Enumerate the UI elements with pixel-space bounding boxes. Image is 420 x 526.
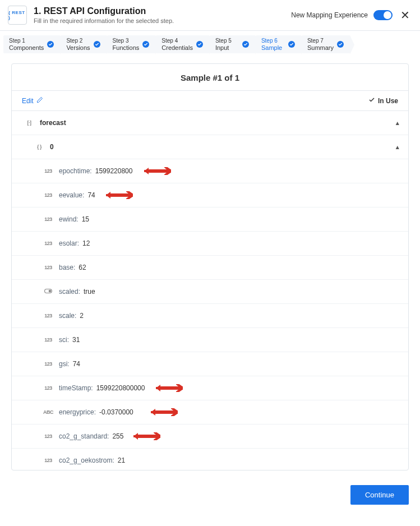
tree-root-label: forecast bbox=[40, 119, 66, 127]
check-icon bbox=[368, 96, 375, 105]
annotation-arrow-icon bbox=[106, 191, 133, 199]
field-key: scale: bbox=[59, 312, 76, 320]
type-123-icon: 123 bbox=[43, 361, 53, 367]
tree-field-scaled[interactable]: scaled:true bbox=[12, 280, 408, 304]
step-functions[interactable]: Step 3Functions bbox=[107, 35, 156, 53]
pencil-icon bbox=[36, 96, 43, 105]
field-value: 15 bbox=[82, 215, 89, 223]
tree: [·] forecast ▴ { } 0 ▴ 123epochtime:1599… bbox=[12, 111, 408, 470]
field-key: co2_g_oekostrom: bbox=[59, 456, 114, 464]
field-key: eevalue: bbox=[59, 191, 84, 199]
new-mapping-toggle[interactable] bbox=[373, 10, 393, 20]
tree-field-energyprice[interactable]: ABCenergyprice:-0.0370000 bbox=[12, 400, 408, 425]
continue-button[interactable]: Continue bbox=[350, 485, 409, 505]
stepper: Step 1ComponentsStep 2VersionsStep 3Func… bbox=[0, 31, 420, 60]
type-123-icon: 123 bbox=[43, 241, 53, 246]
tree-field-scale[interactable]: 123scale:2 bbox=[12, 304, 408, 328]
field-value: 31 bbox=[72, 336, 80, 344]
field-value: -0.0370000 bbox=[99, 408, 133, 416]
field-value: 255 bbox=[112, 432, 123, 440]
field-key: esolar: bbox=[59, 239, 79, 247]
field-key: co2_g_standard: bbox=[59, 432, 109, 440]
chevron-up-icon: ▴ bbox=[396, 144, 399, 151]
field-key: timeStamp: bbox=[59, 384, 93, 392]
type-123-icon: 123 bbox=[43, 313, 53, 319]
tree-field-base[interactable]: 123base:62 bbox=[12, 256, 408, 280]
tree-field-gsi[interactable]: 123gsi:74 bbox=[12, 352, 408, 376]
step-check-icon bbox=[337, 41, 344, 48]
annotation-arrow-icon bbox=[144, 167, 171, 175]
step-label: Step 1 bbox=[9, 38, 44, 44]
tree-child-0[interactable]: { } 0 ▴ bbox=[12, 135, 408, 159]
tree-field-eevalue[interactable]: 123eevalue:74 bbox=[12, 183, 408, 207]
field-value: 62 bbox=[79, 264, 86, 271]
new-mapping-label: New Mapping Experience bbox=[291, 11, 368, 19]
step-check-icon bbox=[47, 41, 54, 48]
object-icon: { } bbox=[34, 144, 44, 150]
field-value: 21 bbox=[118, 456, 125, 464]
in-use-badge: In Use bbox=[368, 96, 398, 105]
page-title: 1. REST API Configuration bbox=[34, 6, 284, 16]
tree-field-esolar[interactable]: 123esolar:12 bbox=[12, 232, 408, 256]
edit-label: Edit bbox=[22, 97, 34, 105]
step-check-icon bbox=[242, 41, 249, 48]
array-icon: [·] bbox=[24, 120, 34, 126]
type-ABC-icon: ABC bbox=[43, 409, 53, 415]
tree-field-sci[interactable]: 123sci:31 bbox=[12, 328, 408, 352]
in-use-label: In Use bbox=[378, 97, 398, 105]
tree-field-epochtime[interactable]: 123epochtime:1599220800 bbox=[12, 159, 408, 183]
step-label: Step 6 bbox=[261, 38, 285, 44]
step-credentials[interactable]: Step 4Credentials bbox=[156, 35, 210, 53]
type-123-icon: 123 bbox=[43, 385, 53, 391]
type-boolean-icon bbox=[43, 288, 53, 295]
annotation-arrow-icon bbox=[151, 408, 178, 416]
sample-card: Sample #1 of 1 Edit In Use [·] forecast … bbox=[11, 63, 409, 470]
field-key: epochtime: bbox=[59, 167, 92, 175]
page-header: { REST } 1. REST API Configuration Fill … bbox=[0, 0, 420, 30]
tree-field-co2_g_oekostrom[interactable]: 123co2_g_oekostrom:21 bbox=[12, 449, 408, 470]
step-check-icon bbox=[288, 41, 295, 48]
field-key: gsi: bbox=[59, 360, 70, 368]
field-value: 12 bbox=[82, 239, 90, 247]
tree-root-forecast[interactable]: [·] forecast ▴ bbox=[12, 111, 408, 135]
field-key: base: bbox=[59, 264, 75, 271]
step-name: Components bbox=[9, 44, 44, 51]
close-icon[interactable]: ✕ bbox=[398, 10, 412, 21]
step-label: Step 3 bbox=[113, 38, 140, 44]
title-block: 1. REST API Configuration Fill in the re… bbox=[34, 6, 284, 24]
card-toolbar: Edit In Use bbox=[12, 90, 408, 111]
field-value: 1599220800 bbox=[95, 167, 133, 175]
rest-badge: { REST } bbox=[8, 6, 27, 25]
footer: Continue bbox=[0, 476, 420, 514]
step-versions[interactable]: Step 2Versions bbox=[61, 35, 107, 53]
field-key: sci: bbox=[59, 336, 69, 344]
field-value: 1599220800000 bbox=[96, 384, 145, 392]
tree-field-timestamp[interactable]: 123timeStamp:1599220800000 bbox=[12, 376, 408, 400]
step-name: Input bbox=[215, 44, 239, 51]
type-123-icon: 123 bbox=[43, 458, 53, 463]
edit-button[interactable]: Edit bbox=[22, 96, 43, 105]
card-title: Sample #1 of 1 bbox=[12, 64, 408, 90]
step-name: Credentials bbox=[161, 44, 193, 51]
field-value: 74 bbox=[87, 191, 95, 199]
step-label: Step 4 bbox=[161, 38, 193, 44]
svg-point-1 bbox=[49, 290, 52, 293]
tree-field-co2_g_standard[interactable]: 123co2_g_standard:255 bbox=[12, 425, 408, 449]
tree-child-label: 0 bbox=[50, 143, 54, 151]
step-name: Functions bbox=[113, 44, 140, 51]
field-value: 74 bbox=[73, 360, 80, 368]
step-summary[interactable]: Step 7Summary bbox=[302, 35, 350, 53]
step-sample[interactable]: Step 6Sample bbox=[256, 35, 302, 53]
field-value: 2 bbox=[80, 312, 84, 320]
type-123-icon: 123 bbox=[43, 192, 53, 198]
type-123-icon: 123 bbox=[43, 216, 53, 222]
step-components[interactable]: Step 1Components bbox=[3, 35, 61, 53]
field-value: true bbox=[84, 288, 95, 296]
field-key: ewind: bbox=[59, 215, 79, 223]
tree-field-ewind[interactable]: 123ewind:15 bbox=[12, 207, 408, 232]
step-label: Step 5 bbox=[215, 38, 239, 44]
step-label: Step 7 bbox=[307, 38, 334, 44]
step-input[interactable]: Step 5Input bbox=[210, 35, 256, 53]
type-123-icon: 123 bbox=[43, 168, 53, 174]
field-key: scaled: bbox=[59, 288, 80, 296]
